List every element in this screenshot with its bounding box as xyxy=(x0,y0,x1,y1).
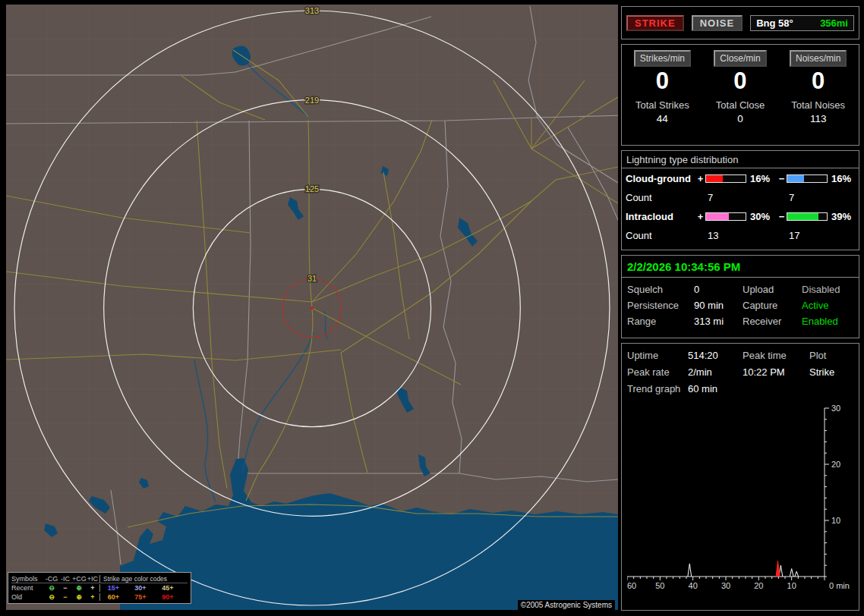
bearing-distance-display: Bng 58° 356mi xyxy=(750,15,854,31)
svg-text:50: 50 xyxy=(655,581,664,590)
strike-mode-button[interactable]: STRIKE xyxy=(626,15,684,31)
svg-text:219: 219 xyxy=(305,96,319,105)
strike-legend: Symbols -CG -IC +CG +IC Strike age color… xyxy=(8,572,191,604)
svg-text:0 min: 0 min xyxy=(829,581,850,590)
system-status: 2/2/2026 10:34:56 PM Squelch 0 Upload Di… xyxy=(621,255,859,338)
receiver-state: Enabled xyxy=(802,316,853,327)
svg-text:10: 10 xyxy=(787,581,796,590)
old-pos-ic-icon: + xyxy=(86,593,99,601)
legend-age-header: Strike age color codes xyxy=(99,575,181,583)
recent-pos-cg-icon: ⊕ xyxy=(72,584,86,592)
svg-text:20: 20 xyxy=(831,460,840,469)
total-noises-value: 113 xyxy=(810,113,827,124)
svg-text:313: 313 xyxy=(305,6,319,15)
noise-mode-button[interactable]: NOISE xyxy=(692,15,743,31)
bearing-value: Bng 58° xyxy=(756,17,793,29)
cg-plus-bar-fill xyxy=(706,175,723,182)
ic-plus-count: 13 xyxy=(705,230,746,241)
ic-plus-bar-fill xyxy=(706,213,729,220)
lightning-map[interactable]: 31321912531 Symbols -CG -IC +CG +IC Stri… xyxy=(6,5,618,610)
upload-state: Disabled xyxy=(802,284,853,295)
cg-plus-bar xyxy=(705,174,746,183)
svg-text:31: 31 xyxy=(307,274,317,283)
intracloud-row: Intracloud + 30% − 39% xyxy=(622,206,859,226)
cloud-ground-count-row: Count 7 7 xyxy=(622,188,859,206)
cg-minus-bar xyxy=(787,174,828,183)
svg-text:40: 40 xyxy=(689,581,698,590)
uptime-value: 514:20 xyxy=(688,350,743,361)
ic-minus-bar xyxy=(787,212,828,221)
stats-grid: Uptime 514:20 Peak time Plot Peak rate 2… xyxy=(627,350,853,394)
status-panel: STRIKE NOISE Bng 58° 356mi Strikes/min 0… xyxy=(621,6,859,611)
old-neg-ic-icon: − xyxy=(58,593,72,601)
recent-pos-ic-icon: + xyxy=(86,584,99,592)
total-noises-label: Total Noises xyxy=(791,99,845,111)
strikes-counter: Strikes/min 0 Total Strikes 44 xyxy=(623,50,702,142)
strikes-per-min-value: 0 xyxy=(656,69,669,94)
distribution-title: Lightning type distribution xyxy=(622,151,859,168)
recent-neg-ic-icon: − xyxy=(58,584,72,592)
svg-text:125: 125 xyxy=(305,184,319,193)
noises-per-min-button[interactable]: Noises/min xyxy=(790,50,847,67)
copyright-text: ©2005 Astrogenic Systems xyxy=(518,600,615,610)
type-distribution: Lightning type distribution Cloud-ground… xyxy=(621,150,859,250)
strikes-per-min-button[interactable]: Strikes/min xyxy=(634,50,691,67)
svg-text:30: 30 xyxy=(721,581,730,590)
svg-text:20: 20 xyxy=(754,581,763,590)
legend-recent-row: Recent ⊖ − ⊕ + 15+ 30+ 45+ xyxy=(11,583,188,592)
cg-plus-count: 7 xyxy=(705,192,746,203)
old-neg-cg-icon: ⊖ xyxy=(45,593,58,601)
trend-graph: 6050403020100 min102030 xyxy=(627,404,855,595)
close-per-min-button[interactable]: Close/min xyxy=(714,50,766,67)
capture-state: Active xyxy=(802,300,853,311)
datetime-display: 2/2/2026 10:34:56 PM xyxy=(622,256,859,278)
legend-symbols-header: Symbols xyxy=(11,575,45,583)
old-pos-cg-icon: ⊕ xyxy=(72,593,86,601)
recent-neg-cg-icon: ⊖ xyxy=(45,584,58,592)
legend-col-neg-cg: -CG xyxy=(45,575,58,583)
legend-col-neg-ic: -IC xyxy=(58,575,72,583)
statistics-and-trend: Uptime 514:20 Peak time Plot Peak rate 2… xyxy=(621,343,859,611)
map-canvas: 31321912531 xyxy=(6,5,618,610)
ic-minus-count: 17 xyxy=(787,230,828,241)
total-strikes-label: Total Strikes xyxy=(635,99,689,111)
receiver-location-marker xyxy=(311,306,314,310)
close-per-min-value: 0 xyxy=(733,69,746,94)
peak-time-value: 10:22 PM xyxy=(743,366,809,378)
close-counter: Close/min 0 Total Close 0 xyxy=(702,50,780,142)
noises-counter: Noises/min 0 Total Noises 113 xyxy=(779,50,857,142)
peak-rate-value: 2/min xyxy=(688,366,743,378)
mode-bar: STRIKE NOISE Bng 58° 356mi xyxy=(621,6,859,39)
legend-old-row: Old ⊖ − ⊕ + 60+ 75+ 90+ xyxy=(11,592,188,602)
ic-minus-bar-fill xyxy=(787,213,818,220)
total-strikes-value: 44 xyxy=(657,113,668,124)
svg-text:10: 10 xyxy=(831,516,840,525)
rate-counters: Strikes/min 0 Total Strikes 44 Close/min… xyxy=(621,44,859,146)
total-close-label: Total Close xyxy=(716,99,765,111)
legend-header-row: Symbols -CG -IC +CG +IC Strike age color… xyxy=(11,574,188,583)
legend-col-pos-cg: +CG xyxy=(72,575,86,583)
ic-plus-bar xyxy=(705,212,746,221)
intracloud-count-row: Count 13 17 xyxy=(622,226,859,244)
distance-value: 356mi xyxy=(820,17,848,29)
noises-per-min-value: 0 xyxy=(812,69,825,94)
cg-minus-count: 7 xyxy=(787,192,828,203)
plot-mode-value: Strike xyxy=(809,366,853,378)
legend-col-pos-ic: +IC xyxy=(86,575,99,583)
trend-window-value: 60 min xyxy=(688,383,743,394)
cloud-ground-row: Cloud-ground + 16% − 16% xyxy=(622,168,859,188)
svg-text:60: 60 xyxy=(627,581,636,590)
svg-text:30: 30 xyxy=(831,404,840,413)
total-close-value: 0 xyxy=(737,113,743,124)
cg-minus-bar-fill xyxy=(787,175,804,182)
status-grid: Squelch 0 Upload Disabled Persistence 90… xyxy=(622,278,859,333)
